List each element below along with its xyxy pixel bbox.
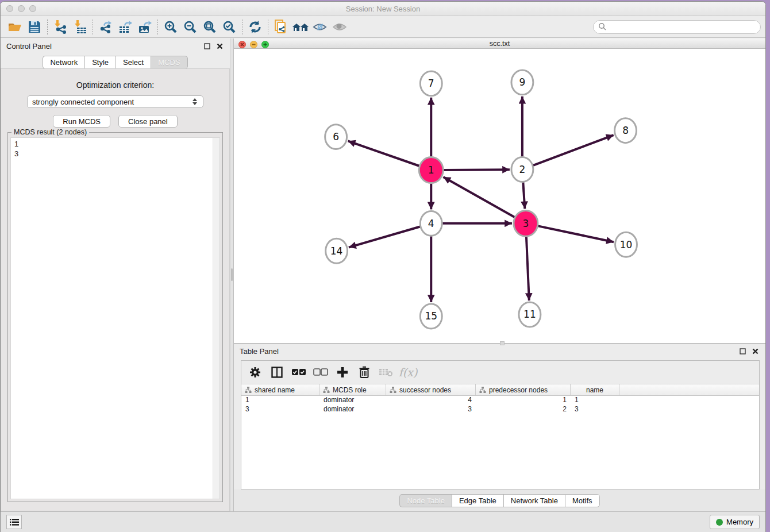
window-controls[interactable]	[6, 5, 36, 12]
tab-edge-table[interactable]: Edge Table	[452, 494, 503, 507]
split-view-button[interactable]	[269, 364, 285, 380]
graph-node-label-10: 10	[620, 239, 633, 250]
column-header-name[interactable]: name	[571, 384, 619, 395]
search-box[interactable]	[593, 20, 761, 34]
first-neighbors-button[interactable]	[291, 18, 310, 36]
graph-edge-4-14[interactable]	[349, 227, 420, 248]
cell-shared-name[interactable]: 3	[241, 405, 319, 414]
zoom-window-icon[interactable]	[29, 5, 36, 12]
graph-node-label-7: 7	[428, 78, 434, 89]
zoom-selected-icon	[222, 20, 237, 34]
import-table-button[interactable]	[70, 18, 90, 36]
graph-edge-2-8[interactable]	[533, 135, 614, 165]
export-network-button[interactable]	[96, 18, 116, 36]
export-image-button[interactable]	[135, 18, 155, 36]
hide-selected-button[interactable]	[310, 18, 330, 36]
task-history-button[interactable]	[6, 515, 22, 529]
memory-button[interactable]: Memory	[710, 515, 760, 529]
result-scrollbar[interactable]	[213, 138, 220, 499]
delete-table-button[interactable]	[378, 364, 394, 380]
refresh-button[interactable]	[245, 18, 265, 36]
toolbar-separator	[268, 20, 268, 34]
open-file-button[interactable]	[5, 18, 25, 36]
column-header-successor-nodes[interactable]: successor nodes	[386, 384, 476, 395]
tab-select[interactable]: Select	[116, 56, 151, 69]
float-panel-button[interactable]	[202, 41, 211, 51]
tab-network[interactable]: Network	[43, 56, 84, 69]
tab-node-table[interactable]: Node Table	[399, 494, 452, 507]
save-session-button[interactable]	[25, 18, 44, 36]
network-canvas[interactable]: 1234678910111415	[234, 49, 765, 343]
graph-node-label-2: 2	[519, 164, 526, 175]
column-header-mcds-role[interactable]: MCDS role	[319, 384, 386, 395]
minimize-view-icon[interactable]	[250, 41, 257, 48]
minimize-window-icon[interactable]	[18, 5, 25, 12]
network-window-controls[interactable]	[238, 41, 269, 48]
tab-motifs[interactable]: Motifs	[565, 494, 600, 507]
graph-edge-3-10[interactable]	[538, 226, 614, 242]
criterion-select[interactable]: strongly connected component	[27, 95, 203, 108]
close-panel-button[interactable]	[215, 41, 224, 51]
node-table: shared name MCDS role successor nodes	[241, 384, 759, 489]
zoom-selected-button[interactable]	[220, 18, 239, 36]
column-header-shared-name[interactable]: shared name	[241, 384, 319, 395]
horizontal-splitter-grip[interactable]	[500, 341, 505, 345]
split-view-icon	[271, 366, 283, 379]
task-list-icon	[10, 518, 19, 526]
toolbar-separator	[93, 20, 93, 34]
table-panel: Table Panel	[234, 344, 765, 511]
graph-edge-2-3[interactable]	[523, 183, 525, 209]
graph-edge-3-1[interactable]	[443, 177, 514, 217]
show-all-button[interactable]	[330, 18, 349, 36]
close-view-icon[interactable]	[238, 41, 246, 48]
search-input[interactable]	[609, 23, 756, 31]
tab-mcds[interactable]: MCDS	[151, 56, 187, 69]
network-graph[interactable]: 1234678910111415	[234, 49, 765, 343]
graph-edge-1-6[interactable]	[348, 141, 419, 166]
graph-node-label-3: 3	[523, 218, 529, 229]
first-neighbors-icon	[292, 20, 309, 34]
tab-network-table[interactable]: Network Table	[503, 494, 565, 507]
splitter-grip-icon	[231, 268, 233, 281]
graph-edge-3-11[interactable]	[526, 237, 529, 300]
deselect-all-button[interactable]	[313, 364, 329, 380]
cell-mcds-role[interactable]: dominator	[319, 405, 386, 414]
select-all-button[interactable]	[291, 364, 307, 380]
float-table-panel-button[interactable]	[738, 346, 747, 356]
graph-edge-1-2[interactable]	[444, 169, 510, 170]
add-column-button[interactable]	[334, 364, 351, 380]
panel-splitter[interactable]	[230, 38, 234, 511]
close-panel-button-cp[interactable]: Close panel	[118, 115, 178, 128]
cell-predecessor-nodes[interactable]: 2	[476, 405, 571, 414]
cell-name[interactable]: 1	[571, 396, 619, 405]
cell-mcds-role[interactable]: dominator	[319, 396, 386, 405]
column-type-icon	[390, 387, 396, 394]
table-row[interactable]: 1 dominator 4 1 1	[241, 396, 759, 405]
run-mcds-button[interactable]: Run MCDS	[53, 115, 110, 128]
delete-column-button[interactable]	[356, 364, 372, 380]
cell-predecessor-nodes[interactable]: 1	[476, 396, 571, 405]
gear-button[interactable]	[247, 364, 263, 380]
network-from-selection-button[interactable]	[271, 18, 291, 36]
float-panel-icon	[204, 43, 210, 49]
zoom-out-button[interactable]	[180, 18, 200, 36]
cell-successor-nodes[interactable]: 3	[386, 405, 476, 414]
export-table-button[interactable]	[116, 18, 135, 36]
column-header-predecessor-nodes[interactable]: predecessor nodes	[476, 384, 571, 395]
close-table-panel-button[interactable]	[750, 346, 760, 356]
import-network-button[interactable]	[51, 18, 70, 36]
cell-name[interactable]: 3	[571, 405, 619, 414]
zoom-fit-button[interactable]	[200, 18, 220, 36]
maximize-view-icon[interactable]	[261, 41, 269, 48]
cell-shared-name[interactable]: 1	[241, 396, 319, 405]
tab-style[interactable]: Style	[84, 56, 116, 69]
close-window-icon[interactable]	[6, 5, 13, 12]
cell-successor-nodes[interactable]: 4	[386, 396, 476, 405]
network-window-titlebar[interactable]: scc.txt	[234, 38, 765, 49]
function-builder-button[interactable]: f(x)	[400, 364, 416, 380]
select-all-icon	[291, 368, 306, 376]
mcds-result-list[interactable]: 1 3	[10, 137, 220, 499]
zoom-in-button[interactable]	[161, 18, 180, 36]
table-row[interactable]: 3 dominator 3 2 3	[241, 405, 759, 414]
column-label: MCDS role	[333, 386, 367, 394]
